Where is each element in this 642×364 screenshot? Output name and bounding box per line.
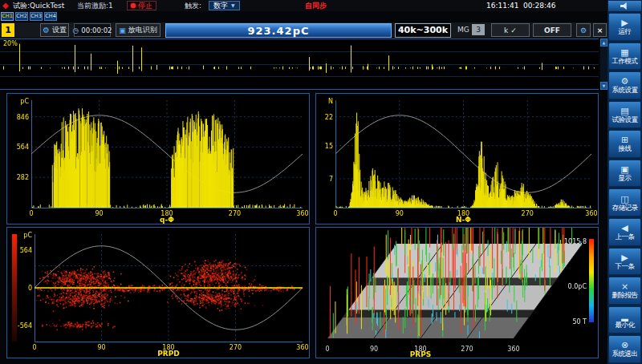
- channel-ch3-button[interactable]: CH3: [30, 12, 43, 21]
- check-icon: ✓: [510, 26, 517, 34]
- sidebar-item-label: 显示: [619, 175, 632, 182]
- clock-time: 16:11:41: [486, 1, 518, 10]
- panel-settings-button[interactable]: ⚙: [576, 23, 591, 37]
- trigger-mode-value: 数字: [213, 1, 228, 10]
- document-icon: ▤: [620, 107, 628, 115]
- sidebar-item-test-settings[interactable]: ▤ 试验设置: [608, 101, 641, 129]
- k-multiplier-button[interactable]: k ✓: [491, 23, 530, 37]
- stop-button[interactable]: 停止: [127, 1, 156, 10]
- sidebar-item-label: 系统设置: [612, 87, 638, 94]
- pd-analyzer-window: ◆ 试验:QuickTest 当前激励:1 停止 触发: 数字 ▼ 自同步 16…: [0, 0, 642, 364]
- close-button[interactable]: ×: [593, 23, 607, 37]
- recognition-icon: ▣: [119, 26, 126, 34]
- nphi-chart-canvas: [316, 94, 598, 224]
- mg-label: MG: [457, 26, 469, 34]
- top-status-bar: ◆ 试验:QuickTest 当前激励:1 停止 触发: 数字 ▼ 自同步 16…: [0, 0, 607, 11]
- pulse-monitor-strip: 20%: [0, 38, 599, 90]
- gear-icon: ⚙: [43, 26, 50, 34]
- sync-mode-label: 自同步: [305, 1, 327, 10]
- storage-icon: ◫: [620, 195, 628, 204]
- chevron-down-icon: ▼: [231, 1, 235, 10]
- trigger-mode-dropdown[interactable]: 数字 ▼: [209, 1, 240, 10]
- recording-indicator-icon: [131, 3, 136, 8]
- channel-selector: CH1 CH2 CH3 CH4: [1, 12, 57, 21]
- sidebar-item-storage[interactable]: ◫ 存储记录: [608, 188, 641, 216]
- volume-button[interactable]: [607, 0, 642, 12]
- stop-label: 停止: [138, 1, 152, 10]
- gear-icon: ⚙: [580, 26, 587, 34]
- sidebar-item-minimize[interactable]: ▂ 最小化: [608, 306, 641, 334]
- nphi-panel: [315, 93, 599, 224]
- sidebar-item-wiring[interactable]: ⊞ 接线: [608, 130, 641, 158]
- sidebar-item-label: 下一条: [616, 263, 635, 270]
- scale-percent-label: 20%: [3, 40, 18, 47]
- display-icon: ▣: [620, 165, 628, 174]
- discharge-recognition-button[interactable]: ▣ 放电识别: [116, 23, 160, 37]
- mg-value-field[interactable]: 3: [472, 24, 485, 35]
- timer-value: 00:00:02: [81, 26, 112, 34]
- sidebar-item-work-mode[interactable]: ▦ 工作模式: [608, 42, 641, 71]
- scroll-down-icon[interactable]: ▼: [600, 82, 607, 90]
- qphi-panel: [6, 93, 310, 224]
- minimize-icon: ▂: [621, 312, 628, 321]
- sidebar-item-label: 接线: [619, 145, 632, 152]
- test-name-label: 试验:QuickTest: [13, 1, 64, 10]
- charge-reading-display: 923.42pC: [165, 23, 392, 38]
- k-label: k: [504, 26, 508, 34]
- sidebar: ▶ 运行 ▦ 工作模式 ⚙ 系统设置 ▤ 试验设置 ⊞ 接线 ▣ 显示 ◫ 存储…: [607, 0, 642, 364]
- elapsed-time: 00:28:46: [523, 1, 555, 10]
- sidebar-item-system-settings[interactable]: ⚙ 系统设置: [608, 71, 641, 99]
- power-icon: ⊗: [621, 341, 628, 350]
- play-icon: ▶: [621, 18, 628, 27]
- speaker-icon: [620, 2, 629, 10]
- settings-button[interactable]: ⚙ 设置: [40, 23, 69, 37]
- elapsed-timer-display: ◷ 00:00:02: [74, 23, 111, 37]
- trigger-label: 触发:: [185, 1, 201, 10]
- sidebar-item-label: 上一条: [616, 233, 635, 241]
- next-icon: ▶: [621, 253, 628, 262]
- sidebar-item-run[interactable]: ▶ 运行: [608, 13, 641, 41]
- pulse-strip-canvas: [0, 39, 599, 89]
- sidebar-item-exit[interactable]: ⊗ 系统退出: [608, 335, 641, 363]
- off-button[interactable]: OFF: [533, 23, 571, 37]
- sidebar-item-label: 工作模式: [612, 58, 638, 65]
- prps-panel: [315, 227, 599, 358]
- channel-ch4-button[interactable]: CH4: [44, 12, 57, 21]
- grid-icon: ▦: [620, 48, 628, 57]
- delete-icon: ×: [621, 282, 628, 291]
- channel-tab-badge[interactable]: 1: [2, 23, 14, 37]
- toolbar: 1 ⚙ 设置 ◷ 00:00:02 ▣ 放电识别 923.42pC 40k~30…: [0, 22, 607, 38]
- sidebar-item-label: 存储记录: [612, 204, 638, 212]
- channel-ch2-button[interactable]: CH2: [15, 12, 28, 21]
- recognition-label: 放电识别: [128, 25, 157, 35]
- sidebar-item-prev[interactable]: ◀ 上一条: [608, 218, 641, 246]
- sidebar-item-label: 删除报告: [612, 292, 638, 299]
- qphi-chart-canvas: [7, 94, 309, 224]
- settings-label: 设置: [52, 25, 67, 35]
- brand-logo-icon: ◆: [2, 1, 9, 10]
- channel-ch1-button[interactable]: CH1: [1, 12, 14, 21]
- gear-icon: ⚙: [621, 77, 629, 86]
- prpd-chart-canvas: [7, 228, 309, 358]
- prpd-panel: [6, 227, 310, 358]
- prev-icon: ◀: [621, 224, 628, 233]
- sidebar-item-label: 系统退出: [612, 350, 638, 358]
- sidebar-item-next[interactable]: ▶ 下一条: [608, 248, 641, 276]
- clock-icon: ◷: [72, 26, 79, 34]
- close-icon: ×: [597, 26, 603, 34]
- strip-scrollbar[interactable]: ▲ ▼: [600, 38, 607, 90]
- sidebar-item-label: 试验设置: [612, 116, 638, 123]
- plug-icon: ⊞: [621, 135, 628, 144]
- frequency-band-button[interactable]: 40k~300k: [395, 23, 451, 38]
- sidebar-item-label: 最小化: [616, 322, 635, 329]
- current-excitation-label: 当前激励:1: [77, 1, 113, 10]
- sidebar-item-delete-report[interactable]: × 删除报告: [608, 277, 641, 305]
- prps-chart-canvas: [316, 228, 598, 358]
- sidebar-item-label: 运行: [619, 28, 632, 35]
- scroll-up-icon[interactable]: ▲: [600, 38, 607, 47]
- sidebar-item-display[interactable]: ▣ 显示: [608, 160, 641, 188]
